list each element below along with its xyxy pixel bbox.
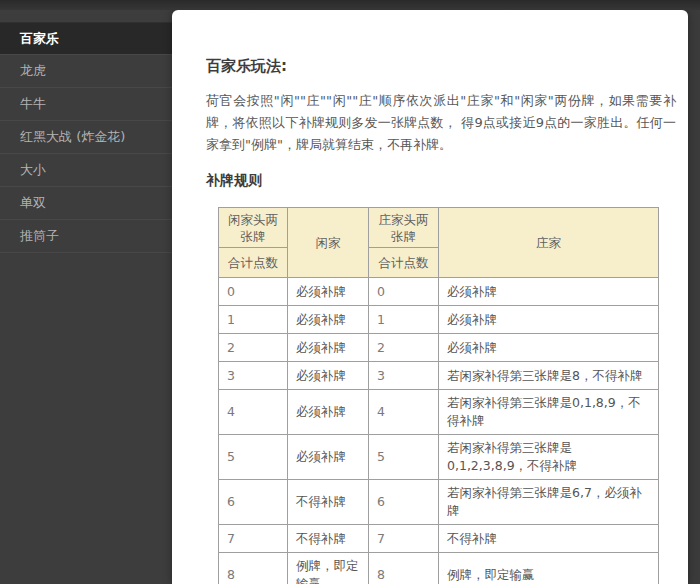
banker-points-cell: 6 [369, 480, 439, 525]
sidebar-item-niuniu[interactable]: 牛牛 [0, 88, 172, 121]
banker-points-cell: 0 [369, 278, 439, 306]
player-points-cell: 3 [219, 362, 288, 390]
banker-rule-cell: 必须补牌 [439, 334, 659, 362]
player-rule-cell: 必须补牌 [288, 278, 369, 306]
intro-paragraph: 荷官会按照"闲""庄""闲""庄"顺序依次派出"庄家"和"闲家"两份牌，如果需要… [206, 90, 676, 156]
banker-rule-cell: 若闲家补得第三张牌是6,7，必须补牌 [439, 480, 659, 525]
header-player-total-points: 合计点数 [219, 248, 288, 278]
player-points-cell: 6 [219, 480, 288, 525]
sidebar-item-label: 牛牛 [20, 96, 46, 111]
player-points-cell: 7 [219, 525, 288, 553]
sidebar-item-label: 单双 [20, 195, 46, 210]
table-row: 0 必须补牌 0 必须补牌 [219, 278, 659, 306]
player-rule-cell: 不得补牌 [288, 480, 369, 525]
sidebar-item-daxiao[interactable]: 大小 [0, 154, 172, 187]
table-row: 7 不得补牌 7 不得补牌 [219, 525, 659, 553]
banker-rule-cell: 若闲家补得第三张牌是0,1,8,9，不得补牌 [439, 390, 659, 435]
banker-rule-cell: 若闲家补得第三张牌是0,1,2,3,8,9，不得补牌 [439, 435, 659, 480]
sidebar-item-label: 红黑大战 (炸金花) [20, 129, 125, 144]
sidebar-item-tuitongzi[interactable]: 推筒子 [0, 220, 172, 253]
sidebar-item-longhu[interactable]: 龙虎 [0, 55, 172, 88]
player-rule-cell: 必须补牌 [288, 435, 369, 480]
header-player-first-two-cards: 闲家头两张牌 [219, 208, 288, 248]
player-rule-cell: 必须补牌 [288, 306, 369, 334]
header-banker-first-two-cards: 庄家头两张牌 [369, 208, 439, 248]
player-points-cell: 0 [219, 278, 288, 306]
sidebar-item-baijiale[interactable]: 百家乐 [0, 22, 172, 55]
sidebar-item-label: 大小 [20, 162, 46, 177]
table-row: 2 必须补牌 2 必须补牌 [219, 334, 659, 362]
sidebar: 百家乐 龙虎 牛牛 红黑大战 (炸金花) 大小 单双 推筒子 [0, 0, 172, 584]
table-row: 3 必须补牌 3 若闲家补得第三张牌是8，不得补牌 [219, 362, 659, 390]
player-points-cell: 5 [219, 435, 288, 480]
table-row: 4 必须补牌 4 若闲家补得第三张牌是0,1,8,9，不得补牌 [219, 390, 659, 435]
player-points-cell: 8 [219, 553, 288, 584]
sidebar-item-label: 推筒子 [20, 228, 59, 243]
rules-heading: 补牌规则 [206, 172, 676, 190]
sidebar-item-danshuang[interactable]: 单双 [0, 187, 172, 220]
player-rule-cell: 不得补牌 [288, 525, 369, 553]
banker-points-cell: 4 [369, 390, 439, 435]
table-row: 8 例牌，即定输赢 8 例牌，即定输赢 [219, 553, 659, 584]
header-banker: 庄家 [439, 208, 659, 278]
banker-rule-cell: 必须补牌 [439, 278, 659, 306]
sidebar-menu: 百家乐 龙虎 牛牛 红黑大战 (炸金花) 大小 单双 推筒子 [0, 22, 172, 253]
player-rule-cell: 必须补牌 [288, 334, 369, 362]
banker-points-cell: 2 [369, 334, 439, 362]
header-player: 闲家 [288, 208, 369, 278]
banker-rule-cell: 例牌，即定输赢 [439, 553, 659, 584]
player-points-cell: 1 [219, 306, 288, 334]
banker-rule-cell: 不得补牌 [439, 525, 659, 553]
table-row: 6 不得补牌 6 若闲家补得第三张牌是6,7，必须补牌 [219, 480, 659, 525]
banker-points-cell: 8 [369, 553, 439, 584]
player-rule-cell: 例牌，即定输赢 [288, 553, 369, 584]
sidebar-item-label: 百家乐 [20, 31, 59, 46]
banker-points-cell: 1 [369, 306, 439, 334]
sidebar-item-honghei-dazhan[interactable]: 红黑大战 (炸金花) [0, 121, 172, 154]
player-rule-cell: 必须补牌 [288, 362, 369, 390]
banker-points-cell: 5 [369, 435, 439, 480]
draw-rules-table: 闲家头两张牌 闲家 庄家头两张牌 庄家 合计点数 合计点数 0 必须补牌 0 必… [218, 207, 659, 584]
banker-rule-cell: 必须补牌 [439, 306, 659, 334]
content-panel: 百家乐玩法: 荷官会按照"闲""庄""闲""庄"顺序依次派出"庄家"和"闲家"两… [172, 10, 688, 584]
banker-points-cell: 7 [369, 525, 439, 553]
header-banker-total-points: 合计点数 [369, 248, 439, 278]
page-title: 百家乐玩法: [206, 58, 676, 74]
table-row: 5 必须补牌 5 若闲家补得第三张牌是0,1,2,3,8,9，不得补牌 [219, 435, 659, 480]
sidebar-item-label: 龙虎 [20, 63, 46, 78]
player-points-cell: 2 [219, 334, 288, 362]
player-points-cell: 4 [219, 390, 288, 435]
table-row: 1 必须补牌 1 必须补牌 [219, 306, 659, 334]
banker-points-cell: 3 [369, 362, 439, 390]
banker-rule-cell: 若闲家补得第三张牌是8，不得补牌 [439, 362, 659, 390]
player-rule-cell: 必须补牌 [288, 390, 369, 435]
top-bar [0, 0, 700, 10]
